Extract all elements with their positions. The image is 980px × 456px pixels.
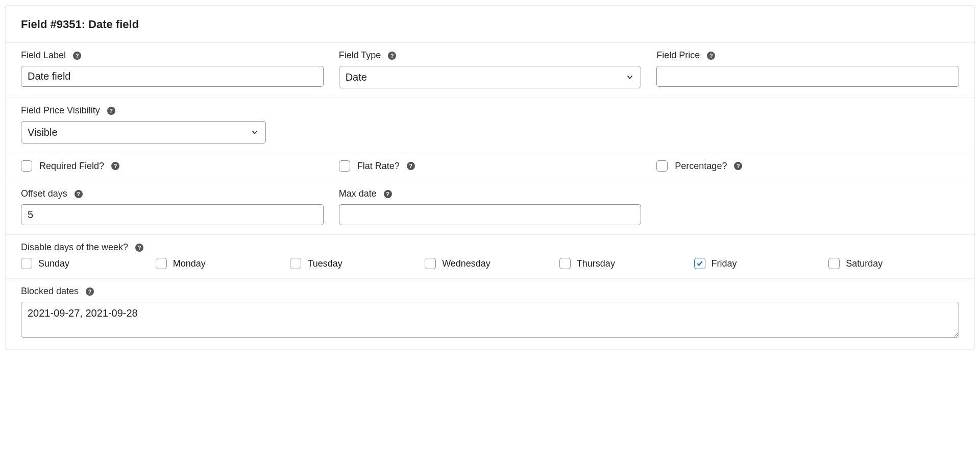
help-icon[interactable]: ? bbox=[75, 190, 83, 198]
flat-rate-label: Flat Rate? bbox=[357, 161, 400, 172]
help-icon[interactable]: ? bbox=[86, 287, 94, 296]
day-label: Saturday bbox=[846, 258, 883, 269]
field-label-label: Field Label bbox=[21, 50, 66, 61]
day-saturday-checkbox[interactable] bbox=[828, 258, 840, 269]
help-icon[interactable]: ? bbox=[707, 52, 715, 60]
day-wednesday-checkbox[interactable] bbox=[425, 258, 436, 269]
max-date-input[interactable] bbox=[339, 204, 642, 225]
blocked-dates-textarea[interactable] bbox=[21, 302, 959, 338]
required-field-checkbox[interactable] bbox=[21, 160, 32, 172]
field-label-input[interactable] bbox=[21, 66, 324, 87]
section-price-visibility: Field Price Visibility ? Visible bbox=[6, 98, 974, 153]
offset-days-input[interactable] bbox=[21, 204, 324, 225]
offset-days-label: Offset days bbox=[21, 188, 67, 199]
field-settings-panel: Field #9351: Date field Field Label ? Fi… bbox=[5, 5, 975, 350]
day-sunday: Sunday bbox=[21, 258, 152, 269]
field-type-select[interactable]: Date bbox=[339, 66, 642, 88]
flat-rate-checkbox[interactable] bbox=[339, 160, 350, 172]
chevron-down-icon bbox=[250, 128, 259, 137]
field-type-group: Field Type ? Date bbox=[339, 50, 642, 88]
price-visibility-label: Field Price Visibility bbox=[21, 105, 100, 116]
field-price-group: Field Price ? bbox=[656, 50, 959, 88]
day-saturday: Saturday bbox=[828, 258, 959, 269]
day-friday-checkbox[interactable] bbox=[694, 258, 705, 269]
day-label: Tuesday bbox=[307, 258, 342, 269]
day-tuesday-checkbox[interactable] bbox=[290, 258, 301, 269]
field-type-label: Field Type bbox=[339, 50, 381, 61]
section-disable-days: Disable days of the week? ? Sunday Monda… bbox=[6, 235, 974, 279]
price-visibility-group: Field Price Visibility ? Visible bbox=[21, 105, 266, 143]
field-price-input[interactable] bbox=[656, 66, 959, 87]
section-basic: Field Label ? Field Type ? Date bbox=[6, 43, 974, 98]
price-visibility-select[interactable]: Visible bbox=[21, 121, 266, 143]
field-price-label: Field Price bbox=[656, 50, 700, 61]
max-date-group: Max date ? bbox=[339, 188, 642, 225]
days-row: Sunday Monday Tuesday Wednesday Thursday… bbox=[21, 258, 959, 269]
required-field-label: Required Field? bbox=[39, 161, 104, 172]
section-dates: Offset days ? Max date ? bbox=[6, 181, 974, 235]
day-label: Monday bbox=[173, 258, 206, 269]
help-icon[interactable]: ? bbox=[135, 244, 143, 252]
day-sunday-checkbox[interactable] bbox=[21, 258, 32, 269]
disable-days-label: Disable days of the week? bbox=[21, 242, 128, 253]
day-wednesday: Wednesday bbox=[425, 258, 555, 269]
max-date-label: Max date bbox=[339, 188, 377, 199]
day-monday: Monday bbox=[156, 258, 286, 269]
flat-rate-option: Flat Rate? ? bbox=[339, 160, 642, 172]
percentage-checkbox[interactable] bbox=[656, 160, 668, 172]
day-label: Wednesday bbox=[442, 258, 491, 269]
percentage-label: Percentage? bbox=[675, 161, 727, 172]
required-field-option: Required Field? ? bbox=[21, 160, 324, 172]
day-label: Sunday bbox=[38, 258, 69, 269]
help-icon[interactable]: ? bbox=[384, 190, 392, 198]
day-thursday-checkbox[interactable] bbox=[559, 258, 571, 269]
day-friday: Friday bbox=[694, 258, 825, 269]
help-icon[interactable]: ? bbox=[107, 107, 115, 115]
blocked-dates-label: Blocked dates bbox=[21, 286, 79, 297]
day-monday-checkbox[interactable] bbox=[156, 258, 167, 269]
help-icon[interactable]: ? bbox=[407, 162, 415, 170]
help-icon[interactable]: ? bbox=[388, 52, 396, 60]
price-visibility-value: Visible bbox=[28, 127, 58, 138]
day-label: Friday bbox=[712, 258, 737, 269]
help-icon[interactable]: ? bbox=[73, 52, 81, 60]
section-flags: Required Field? ? Flat Rate? ? Percentag… bbox=[6, 153, 974, 181]
section-blocked-dates: Blocked dates ? bbox=[6, 279, 974, 350]
day-label: Thursday bbox=[577, 258, 615, 269]
day-thursday: Thursday bbox=[559, 258, 690, 269]
help-icon[interactable]: ? bbox=[734, 162, 742, 170]
field-label-group: Field Label ? bbox=[21, 50, 324, 88]
percentage-option: Percentage? ? bbox=[656, 160, 959, 172]
offset-days-group: Offset days ? bbox=[21, 188, 324, 225]
help-icon[interactable]: ? bbox=[111, 162, 119, 170]
day-tuesday: Tuesday bbox=[290, 258, 421, 269]
field-type-value: Date bbox=[346, 71, 367, 83]
chevron-down-icon bbox=[625, 73, 634, 82]
panel-title: Field #9351: Date field bbox=[6, 6, 974, 43]
